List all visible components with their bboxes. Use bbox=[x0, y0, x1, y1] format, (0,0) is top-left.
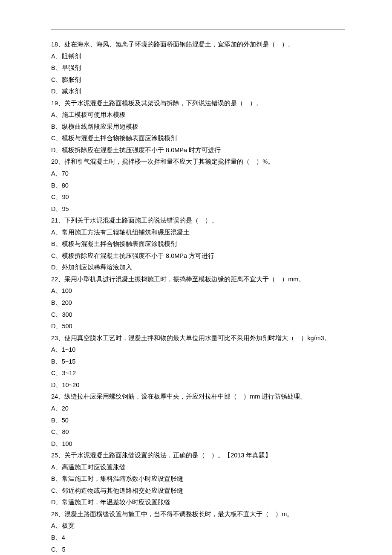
question-body-tail: mm。 bbox=[288, 276, 305, 283]
option-line: A、阻锈剂 bbox=[51, 51, 345, 63]
option-line: D、常温施工时，年温差较小时应设置胀缝 bbox=[51, 497, 345, 509]
option-label: D bbox=[51, 323, 55, 330]
option-sep: 、 bbox=[55, 546, 62, 553]
option-value: 100 bbox=[62, 287, 72, 294]
option-label: D bbox=[51, 147, 55, 153]
option-text-tail: 时方可进行 bbox=[187, 147, 221, 153]
option-label: C bbox=[51, 487, 55, 494]
option-value: 20 bbox=[62, 405, 69, 412]
option-label: A bbox=[51, 346, 55, 353]
option-line: B、4 bbox=[51, 532, 345, 544]
question-number: 23 bbox=[51, 335, 58, 341]
option-line: A、板宽 bbox=[51, 520, 345, 532]
option-label: B bbox=[51, 534, 55, 541]
option-label: B bbox=[51, 299, 55, 306]
option-text: 、板宽 bbox=[55, 522, 75, 529]
option-text: 、模板拆除应在混凝土抗压强度不小于 bbox=[55, 147, 166, 153]
question-body: 、处在海水、海风、氯离子环境的路面桥面钢筋混凝土，宜添加的外加剂是（ ）。 bbox=[58, 41, 294, 48]
option-line: C、5 bbox=[51, 544, 345, 555]
question-body: 、下列关于水泥混凝土路面施工的说法错误的是（ ）。 bbox=[58, 217, 218, 224]
option-value: 100 bbox=[62, 440, 72, 447]
option-line: C、80 bbox=[51, 426, 345, 438]
option-label: C bbox=[51, 76, 55, 83]
option-label: A bbox=[51, 287, 55, 294]
option-sep: 、 bbox=[55, 194, 62, 200]
option-line: C、3~12 bbox=[51, 367, 345, 379]
option-sep: 、 bbox=[55, 382, 62, 388]
option-text: 、早强剂 bbox=[55, 64, 81, 71]
option-label: A bbox=[51, 111, 55, 118]
option-text: 、常温施工时，年温差较小时应设置胀缝 bbox=[55, 499, 170, 506]
option-text: 、模板与混凝土拌合物接触表面应涂脱模剂 bbox=[55, 135, 177, 142]
option-line: B、5~15 bbox=[51, 356, 345, 368]
question-text: 22、采用小型机具进行混凝土振捣施工时，振捣棒至模板边缘的距离不宜大于（ ）mm… bbox=[51, 274, 345, 286]
option-label: C bbox=[51, 428, 55, 435]
option-line: A、高温施工时应设置胀缝 bbox=[51, 462, 345, 474]
option-text-tail: 方可进行 bbox=[187, 252, 214, 259]
option-line: B、200 bbox=[51, 297, 345, 309]
option-label: D bbox=[51, 499, 55, 506]
option-line: B、早强剂 bbox=[51, 62, 345, 74]
option-text: 、纵横曲线路段应采用短模板 bbox=[55, 123, 138, 130]
option-text: 、阻锈剂 bbox=[55, 53, 81, 60]
question-number: 19 bbox=[51, 100, 58, 107]
option-label: C bbox=[51, 546, 55, 553]
option-sep: 、 bbox=[55, 428, 62, 435]
option-text: 、邻近构造物或与其他道路相交处应设置胀缝 bbox=[55, 487, 183, 494]
question-number: 26 bbox=[51, 511, 58, 517]
option-value: 5~15 bbox=[62, 358, 76, 365]
question-text: 26、混凝土路面横缝设置与施工中，当不得不调整板长时，最大板不宜大于（ ）m。 bbox=[51, 509, 345, 520]
document-page: 18、处在海水、海风、氯离子环境的路面桥面钢筋混凝土，宜添加的外加剂是（ ）。A… bbox=[0, 0, 392, 555]
option-line: A、常用施工方法有三辊轴机组铺筑和碾压混凝土 bbox=[51, 227, 345, 239]
question-body-tail: %。 bbox=[262, 158, 274, 165]
option-inline-latin: 8.0MPa bbox=[166, 252, 187, 259]
option-value: 70 bbox=[62, 170, 69, 177]
option-value: 90 bbox=[62, 194, 69, 200]
top-rule bbox=[51, 29, 345, 29]
option-sep: 、 bbox=[55, 299, 62, 306]
option-label: C bbox=[51, 252, 55, 259]
option-line: B、模板与混凝土拌合物接触表面应涂脱模剂 bbox=[51, 238, 345, 250]
option-value: 1~10 bbox=[62, 346, 76, 353]
option-label: A bbox=[51, 464, 55, 471]
option-line: B、纵横曲线路段应采用短模板 bbox=[51, 121, 345, 133]
option-inline-latin: 8.0MPa bbox=[166, 147, 187, 153]
question-number: 22 bbox=[51, 276, 58, 283]
option-text: 、常用施工方法有三辊轴机组铺筑和碾压混凝土 bbox=[55, 229, 190, 236]
option-label: C bbox=[51, 135, 55, 142]
question-body-tail: 年真题】 bbox=[244, 452, 271, 459]
question-text: 24、纵缝拉杆应采用螺纹钢筋，设在板厚中央，并应对拉杆中部（ ）mm 进行防锈处… bbox=[51, 391, 345, 403]
option-line: D、10~20 bbox=[51, 379, 345, 391]
option-line: C、模板与混凝土拌合物接触表面应涂脱模剂 bbox=[51, 133, 345, 145]
option-line: D、500 bbox=[51, 321, 345, 332]
option-sep: 、 bbox=[55, 405, 62, 412]
option-label: A bbox=[51, 53, 55, 60]
option-text: 、高温施工时应设置胀缝 bbox=[55, 464, 126, 471]
option-label: B bbox=[51, 182, 55, 189]
option-sep: 、 bbox=[55, 287, 62, 294]
option-label: B bbox=[51, 475, 55, 482]
option-line: D、模板拆除应在混凝土抗压强度不小于 8.0MPa 时方可进行 bbox=[51, 145, 345, 156]
question-body-tail: m。 bbox=[282, 511, 293, 517]
option-line: A、1~10 bbox=[51, 344, 345, 356]
option-sep: 、 bbox=[55, 358, 62, 365]
question-number: 24 bbox=[51, 393, 58, 400]
option-label: C bbox=[51, 194, 55, 200]
option-sep: 、 bbox=[55, 170, 62, 177]
question-body: 、纵缝拉杆应采用螺纹钢筋，设在板厚中央，并应对拉杆中部（ ） bbox=[58, 393, 250, 400]
option-sep: 、 bbox=[55, 370, 62, 376]
option-text: 、模板与混凝土拌合物接触表面应涂脱模剂 bbox=[55, 240, 177, 247]
question-body-tail: mm 进行防锈处理。 bbox=[250, 393, 306, 400]
option-value: 80 bbox=[62, 182, 69, 189]
option-line: B、80 bbox=[51, 180, 345, 192]
question-text: 21、下列关于水泥混凝土路面施工的说法错误的是（ ）。 bbox=[51, 215, 345, 227]
option-label: D bbox=[51, 440, 55, 447]
option-sep: 、 bbox=[55, 417, 62, 424]
option-value: 5 bbox=[62, 546, 65, 553]
option-sep: 、 bbox=[55, 182, 62, 189]
question-text: 20、拌和引气混凝土时，搅拌楼一次拌和量不应大于其额定搅拌量的（ ）%。 bbox=[51, 156, 345, 168]
question-text: 23、使用真空脱水工艺时，混凝土拌和物的最大单位用水量可比不采用外加剂时增大（ … bbox=[51, 332, 345, 344]
question-number: 18 bbox=[51, 41, 58, 48]
question-body-tail: kg/m3。 bbox=[307, 335, 331, 341]
question-body: 、混凝土路面横缝设置与施工中，当不得不调整板长时，最大板不宜大于（ ） bbox=[58, 511, 282, 517]
